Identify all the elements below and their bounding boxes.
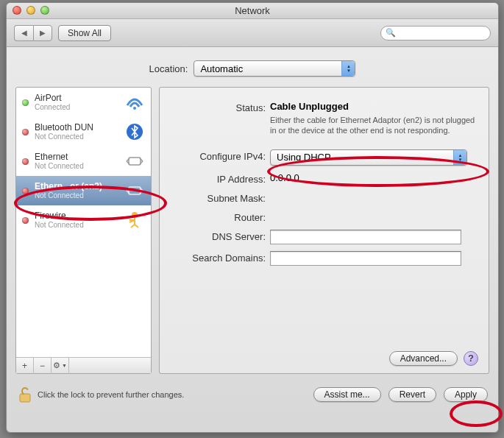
ip-address-value: 0.0.0.0 (270, 172, 477, 183)
status-label: Status: (167, 101, 270, 113)
search-icon: 🔍 (386, 28, 396, 38)
firewire-icon (124, 210, 145, 230)
ip-address-label: IP Address: (167, 172, 270, 185)
footer: Click the lock to prevent further change… (7, 380, 498, 411)
location-value: Automatic (200, 63, 243, 74)
location-row: Location: Automatic (7, 47, 498, 87)
zoom-icon[interactable] (40, 6, 49, 15)
service-ethernet-en2[interactable]: Ethern...or (en2) Not Connected (16, 176, 151, 205)
service-name: AirPort (35, 93, 118, 103)
subnet-mask-label: Subnet Mask: (167, 191, 270, 204)
service-sidebar: AirPort Connected Bluetooth DUN Not Conn… (15, 87, 152, 374)
status-value: Cable Unplugged (270, 101, 477, 112)
search-domains-label: Search Domains: (167, 251, 270, 264)
configure-ipv4-value: Using DHCP (277, 152, 331, 163)
service-status: Not Connected (35, 221, 118, 229)
service-name: Ethern...or (en2) (35, 182, 118, 191)
window-title: Network (235, 5, 270, 16)
back-button[interactable]: ◀ (14, 25, 33, 41)
svg-rect-5 (20, 394, 30, 402)
service-status: Connected (35, 103, 118, 111)
network-prefpane-window: Network ◀ ▶ Show All 🔍 Location: Automat… (6, 2, 499, 433)
show-all-button[interactable]: Show All (58, 25, 111, 41)
status-dot-icon (22, 129, 29, 135)
status-dot-icon (22, 99, 29, 106)
detail-panel: Status: Cable Unplugged Either the cable… (159, 87, 489, 374)
action-menu-button[interactable]: ⚙▼ (52, 358, 69, 374)
ethernet-icon (124, 151, 145, 172)
service-ethernet[interactable]: Ethernet Not Connected (16, 146, 151, 176)
service-status: Not Connected (35, 133, 118, 141)
toolbar: ◀ ▶ Show All 🔍 (7, 19, 498, 47)
svg-rect-2 (129, 158, 141, 165)
nav-buttons: ◀ ▶ (14, 25, 52, 41)
service-bluetooth[interactable]: Bluetooth DUN Not Connected (16, 117, 151, 146)
revert-button[interactable]: Revert (388, 387, 436, 402)
svg-point-0 (133, 107, 136, 110)
airport-icon (124, 92, 145, 113)
service-status: Not Connected (35, 162, 118, 170)
gear-icon: ⚙ (53, 361, 60, 370)
chevron-updown-icon (341, 61, 355, 76)
ethernet-icon (124, 180, 145, 201)
assist-me-button[interactable]: Assist me... (313, 387, 381, 402)
chevron-updown-icon (453, 150, 466, 165)
svg-rect-3 (129, 187, 141, 194)
search-domains-input[interactable] (270, 251, 461, 266)
service-status: Not Connected (35, 191, 118, 199)
service-name: Bluetooth DUN (35, 123, 118, 133)
status-dot-icon (22, 217, 29, 224)
service-name: Ethernet (35, 152, 118, 162)
search-field[interactable]: 🔍 (380, 26, 491, 40)
bluetooth-icon (124, 121, 145, 142)
apply-button[interactable]: Apply (444, 387, 488, 402)
location-select[interactable]: Automatic (194, 60, 355, 77)
forward-button[interactable]: ▶ (33, 25, 52, 41)
unlock-icon (17, 386, 33, 403)
sidebar-footer: + − ⚙▼ (16, 357, 151, 373)
remove-service-button[interactable]: − (34, 358, 52, 374)
configure-ipv4-select[interactable]: Using DHCP (270, 149, 467, 166)
close-icon[interactable] (13, 6, 21, 15)
traffic-lights (13, 6, 49, 15)
service-airport[interactable]: AirPort Connected (16, 88, 151, 117)
dns-server-input[interactable] (270, 230, 461, 244)
titlebar[interactable]: Network (7, 3, 498, 19)
add-service-button[interactable]: + (16, 358, 34, 374)
lock-text: Click the lock to prevent further change… (38, 390, 184, 399)
help-button[interactable]: ? (464, 351, 478, 366)
router-label: Router: (167, 211, 270, 223)
status-dot-icon (22, 158, 29, 165)
service-name: Firewire (35, 211, 118, 221)
svg-point-4 (132, 212, 138, 218)
status-dot-icon (22, 188, 29, 194)
service-firewire[interactable]: Firewire Not Connected (16, 205, 151, 235)
service-list: AirPort Connected Bluetooth DUN Not Conn… (16, 88, 151, 357)
configure-ipv4-label: Configure IPv4: (167, 149, 270, 162)
minimize-icon[interactable] (26, 6, 35, 15)
lock-area[interactable]: Click the lock to prevent further change… (17, 386, 184, 403)
location-label: Location: (149, 63, 188, 74)
status-description: Either the cable for Ethernet Adaptor (e… (270, 115, 477, 136)
dns-server-label: DNS Server: (167, 230, 270, 242)
advanced-button[interactable]: Advanced... (389, 351, 458, 366)
search-input[interactable] (399, 29, 486, 38)
